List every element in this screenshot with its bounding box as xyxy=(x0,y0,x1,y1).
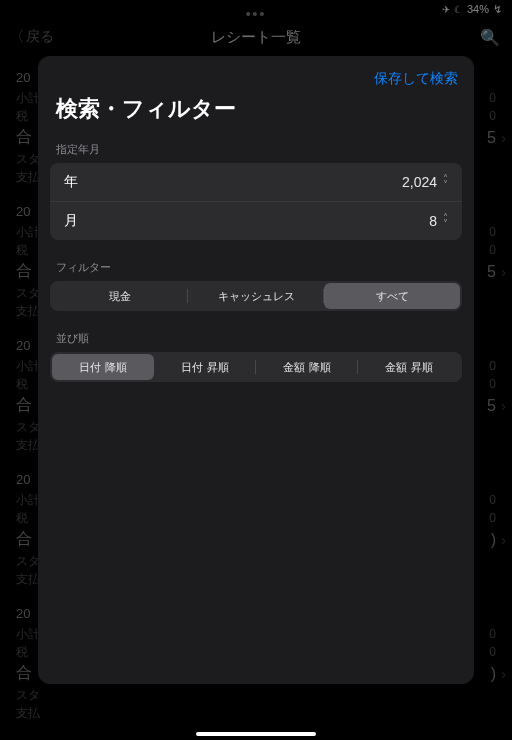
sort-option-amount-desc[interactable]: 金額 降順 xyxy=(256,354,358,380)
sort-segmented-control: 日付 降順 日付 昇順 金額 降順 金額 昇順 xyxy=(50,352,462,382)
year-picker[interactable]: 年 2,024 ˄˅ xyxy=(50,163,462,201)
filter-option-cashless[interactable]: キャッシュレス xyxy=(188,283,324,309)
modal-title: 検索・フィルター xyxy=(38,88,474,138)
month-value: 8 xyxy=(429,213,437,229)
year-value: 2,024 xyxy=(402,174,437,190)
sort-option-date-asc[interactable]: 日付 昇順 xyxy=(154,354,256,380)
search-filter-modal: 保存して検索 検索・フィルター 指定年月 年 2,024 ˄˅ 月 8 ˄˅ フ… xyxy=(38,56,474,684)
month-picker[interactable]: 月 8 ˄˅ xyxy=(50,201,462,240)
year-label: 年 xyxy=(64,173,78,191)
stepper-icon: ˄˅ xyxy=(443,176,448,188)
sort-option-amount-asc[interactable]: 金額 昇順 xyxy=(358,354,460,380)
date-picker-group: 年 2,024 ˄˅ 月 8 ˄˅ xyxy=(50,163,462,240)
sort-option-date-desc[interactable]: 日付 降順 xyxy=(52,354,154,380)
stepper-icon: ˄˅ xyxy=(443,215,448,227)
sort-section-label: 並び順 xyxy=(38,327,474,352)
date-section-label: 指定年月 xyxy=(38,138,474,163)
save-and-search-button[interactable]: 保存して検索 xyxy=(374,70,458,88)
filter-section-label: フィルター xyxy=(38,256,474,281)
home-indicator[interactable] xyxy=(196,732,316,736)
month-label: 月 xyxy=(64,212,78,230)
filter-segmented-control: 現金 キャッシュレス すべて xyxy=(50,281,462,311)
filter-option-all[interactable]: すべて xyxy=(324,283,460,309)
filter-option-cash[interactable]: 現金 xyxy=(52,283,188,309)
